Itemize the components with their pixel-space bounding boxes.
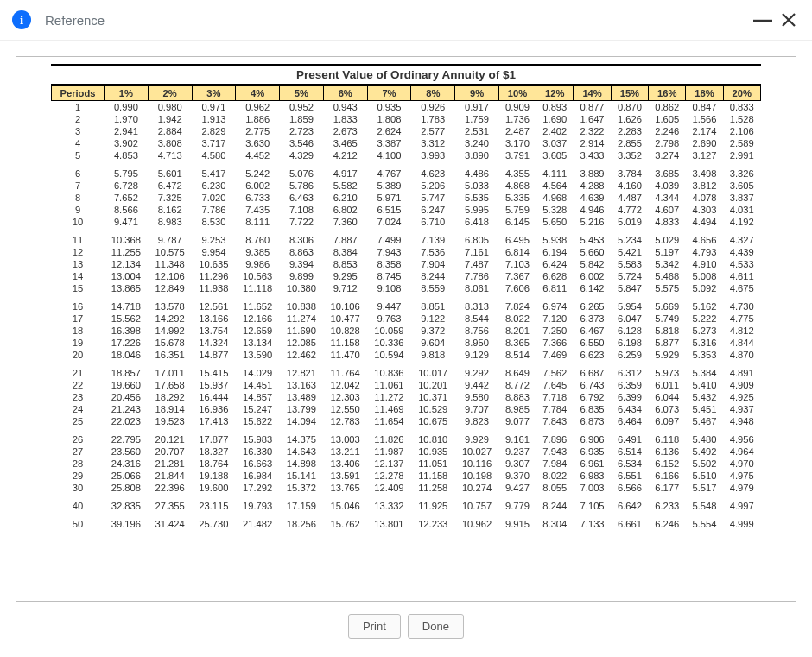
cell-value: 8.365 xyxy=(498,337,536,349)
cell-period: 28 xyxy=(52,458,105,470)
cell-value: 6.373 xyxy=(574,313,611,325)
cell-value: 15.983 xyxy=(236,433,280,445)
col-header-rate: 14% xyxy=(574,86,611,101)
cell-value: 4.979 xyxy=(723,482,760,500)
cell-value: 6.733 xyxy=(236,192,280,204)
cell-value: 7.536 xyxy=(411,246,455,258)
cell-value: 39.196 xyxy=(105,518,149,536)
cell-value: 9.929 xyxy=(455,433,499,445)
cell-value: 5.234 xyxy=(611,234,648,246)
cell-value: 12.278 xyxy=(367,470,411,482)
cell-value: 12.561 xyxy=(192,300,236,313)
cell-value: 5.601 xyxy=(148,167,192,180)
cell-value: 11.654 xyxy=(367,415,411,433)
cell-value: 5.342 xyxy=(649,258,686,270)
cell-value: 9.899 xyxy=(280,270,324,282)
cell-value: 7.645 xyxy=(536,379,574,391)
cell-value: 9.447 xyxy=(367,300,411,313)
cell-value: 17.292 xyxy=(236,482,280,500)
cell-value: 8.559 xyxy=(411,282,455,300)
cell-value: 5.995 xyxy=(455,204,499,216)
cell-value: 0.926 xyxy=(411,101,455,114)
cell-value: 1.942 xyxy=(148,113,192,125)
cell-value: 12.137 xyxy=(367,458,411,470)
cell-value: 4.910 xyxy=(686,258,723,270)
cell-value: 3.605 xyxy=(723,180,760,192)
cell-value: 0.917 xyxy=(455,101,499,114)
cell-value: 6.002 xyxy=(574,270,611,282)
cell-value: 6.128 xyxy=(611,325,648,337)
cell-value: 6.424 xyxy=(536,258,574,270)
cell-value: 1.759 xyxy=(455,113,499,125)
table-row: 65.7955.6015.4175.2425.0764.9174.7674.62… xyxy=(52,167,761,180)
cell-value: 6.166 xyxy=(649,470,686,482)
cell-value: 5.468 xyxy=(649,270,686,282)
cell-value: 5.554 xyxy=(686,518,723,536)
cell-value: 13.591 xyxy=(323,470,367,482)
cell-value: 10.828 xyxy=(323,325,367,337)
col-header-rate: 4% xyxy=(236,86,280,101)
cell-value: 6.194 xyxy=(536,246,574,258)
cell-value: 5.575 xyxy=(649,282,686,300)
col-header-rate: 1% xyxy=(105,86,149,101)
cell-value: 7.843 xyxy=(536,415,574,433)
cell-value: 9.818 xyxy=(411,349,455,367)
cell-value: 1.970 xyxy=(105,113,149,125)
close-button[interactable] xyxy=(777,9,800,31)
cell-value: 8.306 xyxy=(280,234,324,246)
cell-value: 10.201 xyxy=(411,379,455,391)
cell-value: 5.786 xyxy=(280,180,324,192)
cell-value: 6.566 xyxy=(611,482,648,500)
table-row: 1211.25510.5759.9549.3858.8638.3847.9437… xyxy=(52,246,761,258)
table-row: 109.4718.9838.5308.1117.7227.3607.0246.7… xyxy=(52,216,761,234)
cell-value: 16.398 xyxy=(105,325,149,337)
cell-value: 6.142 xyxy=(574,282,611,300)
table-row: 43.9023.8083.7173.6303.5463.4653.3873.31… xyxy=(52,137,761,149)
cell-value: 3.890 xyxy=(455,149,499,167)
cell-value: 6.628 xyxy=(536,270,574,282)
cell-value: 5.795 xyxy=(105,167,149,180)
cell-value: 5.389 xyxy=(367,180,411,192)
cell-value: 12.166 xyxy=(236,313,280,325)
cell-value: 11.470 xyxy=(323,349,367,367)
cell-value: 3.630 xyxy=(236,137,280,149)
cell-value: 20.456 xyxy=(105,391,149,403)
cell-value: 4.192 xyxy=(723,216,760,234)
cell-value: 5.162 xyxy=(686,300,723,313)
cell-value: 15.562 xyxy=(105,313,149,325)
cell-value: 3.605 xyxy=(536,149,574,167)
print-button[interactable]: Print xyxy=(348,614,401,639)
cell-value: 4.355 xyxy=(498,167,536,180)
cell-value: 7.024 xyxy=(367,216,411,234)
cell-value: 13.134 xyxy=(236,337,280,349)
table-row: 1110.3689.7879.2538.7608.3067.8877.4997.… xyxy=(52,234,761,246)
cell-value: 6.728 xyxy=(105,180,149,192)
cell-value: 1.736 xyxy=(498,113,536,125)
cell-value: 0.847 xyxy=(686,101,723,114)
cell-value: 6.399 xyxy=(611,391,648,403)
table-row: 54.8534.7134.5804.4524.3294.2124.1003.99… xyxy=(52,149,761,167)
cell-value: 5.033 xyxy=(455,180,499,192)
cell-value: 8.745 xyxy=(367,270,411,282)
cell-value: 19.793 xyxy=(236,500,280,518)
cell-value: 6.152 xyxy=(649,458,686,470)
cell-value: 14.992 xyxy=(148,325,192,337)
content-scroll-area[interactable]: Present Value of Ordinary Annuity of $1 … xyxy=(16,56,796,602)
cell-value: 9.442 xyxy=(455,379,499,391)
done-button[interactable]: Done xyxy=(408,614,464,639)
cell-value: 5.216 xyxy=(574,216,611,234)
cell-value: 19.600 xyxy=(192,482,236,500)
cell-value: 5.669 xyxy=(649,300,686,313)
cell-value: 14.857 xyxy=(236,391,280,403)
cell-value: 5.335 xyxy=(498,192,536,204)
cell-value: 10.371 xyxy=(411,391,455,403)
cell-value: 2.283 xyxy=(611,125,648,137)
minimize-button[interactable]: — xyxy=(752,9,774,31)
cell-value: 4.948 xyxy=(723,415,760,433)
cell-value: 3.240 xyxy=(455,137,499,149)
cell-value: 6.961 xyxy=(574,458,611,470)
cell-period: 7 xyxy=(52,180,105,192)
cell-value: 4.909 xyxy=(723,379,760,391)
cell-value: 21.844 xyxy=(148,470,192,482)
cell-value: 10.675 xyxy=(411,415,455,433)
